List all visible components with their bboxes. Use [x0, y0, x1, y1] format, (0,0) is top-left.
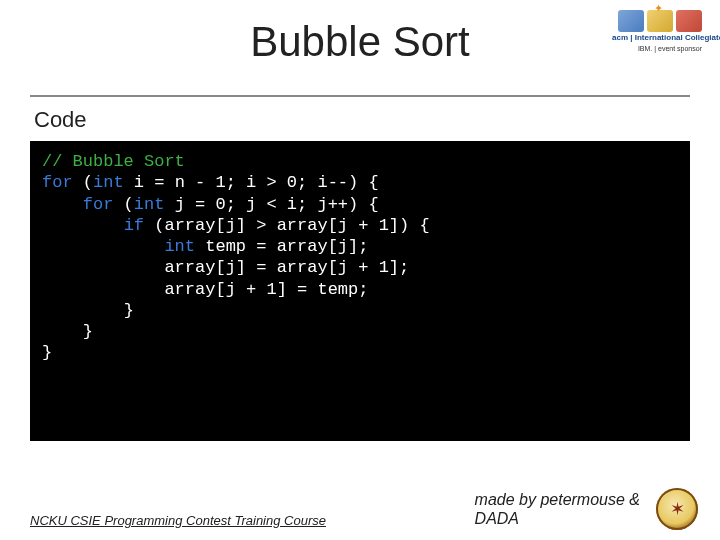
code-text: array[j] = array[j + 1];	[164, 258, 409, 277]
code-text: }	[124, 301, 134, 320]
footer-credit: made by petermouse & DADA	[475, 490, 640, 528]
code-text: (	[73, 173, 93, 192]
logo-blue-icon	[618, 10, 644, 32]
code-kw-int: int	[164, 237, 195, 256]
top-logos: acm | International Collegiate Programmi…	[612, 10, 702, 52]
code-text: array[j + 1] = temp;	[164, 280, 368, 299]
code-comment: // Bubble Sort	[42, 152, 185, 171]
header: Bubble Sort acm | International Collegia…	[0, 0, 720, 95]
footer-credit-1: made by petermouse &	[475, 491, 640, 508]
logo-red-icon	[676, 10, 702, 32]
logo-squares	[612, 10, 702, 32]
section-heading: Code	[0, 97, 720, 141]
code-kw-int: int	[93, 173, 124, 192]
footer: NCKU CSIE Programming Contest Training C…	[0, 490, 720, 528]
code-kw-for: for	[83, 195, 114, 214]
logo-gold-icon	[647, 10, 673, 32]
code-kw-for: for	[42, 173, 73, 192]
code-block: // Bubble Sort for (int i = n - 1; i > 0…	[30, 141, 690, 441]
code-text: (	[113, 195, 133, 214]
footer-credit-2: DADA	[475, 510, 519, 527]
code-text: }	[42, 343, 52, 362]
code-text: }	[83, 322, 93, 341]
code-text: temp = array[j];	[195, 237, 368, 256]
code-text: i = n - 1; i > 0; i--) {	[124, 173, 379, 192]
code-kw-int: int	[134, 195, 165, 214]
code-text: j = 0; j < i; j++) {	[164, 195, 378, 214]
ncku-seal-icon: ✶	[656, 488, 698, 530]
acm-logo-text: acm | International Collegiate Programmi…	[612, 34, 702, 43]
code-text: (array[j] > array[j + 1]) {	[144, 216, 430, 235]
code-kw-if: if	[124, 216, 144, 235]
footer-course-link: NCKU CSIE Programming Contest Training C…	[30, 513, 326, 528]
ibm-logo-text: IBM. | event sponsor	[612, 45, 702, 52]
